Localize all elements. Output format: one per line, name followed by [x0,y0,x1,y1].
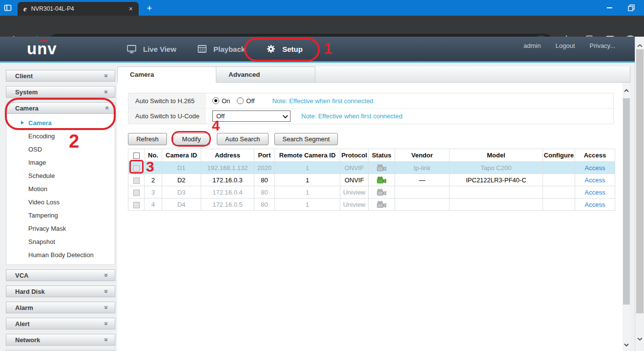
browser-tab[interactable]: e NVR301-04L-P4 × [18,2,139,16]
auto-search-button[interactable]: Auto Search [217,133,269,145]
chevron-down-icon: » [103,273,110,277]
table-row[interactable]: 2 D2 172.16.0.3 80 1 ONVIF — IPC2122LR3-… [128,174,615,186]
new-tab-button[interactable]: + [143,2,156,15]
minimize-icon[interactable] [607,7,612,8]
radio-off[interactable] [237,97,244,104]
sidebar-group-network[interactable]: Network» [6,334,115,346]
chevron-down-icon: » [103,306,110,309]
row-checkbox[interactable] [133,202,140,208]
sidebar-item-privacy-mask[interactable]: Privacy Mask [6,222,115,235]
sidebar-group-system[interactable]: System» [6,86,115,98]
refresh-button[interactable]: Refresh [128,133,167,145]
setting-note: Note: Effective when first connected [272,97,373,105]
privacy-link[interactable]: Privacy... [590,42,616,49]
setting-label: Auto Switch to U-Code [128,109,206,124]
sidebar-item-osd[interactable]: OSD [6,143,115,156]
restore-icon[interactable] [628,4,635,11]
table-header-row: No. Camera ID Address Port Remote Camera… [128,149,615,162]
access-link[interactable]: Access [575,186,615,198]
browser-scrollbar[interactable] [635,37,644,351]
logout-link[interactable]: Logout [556,42,575,49]
browser-toolbar: e No seguro | 192.168.1.49/cgi-bin/main-… [0,16,644,37]
sidebar-group-camera[interactable]: Camera» [6,102,115,114]
playback-icon [198,45,207,53]
row-checkbox[interactable] [133,177,140,184]
sidebar-item-encoding[interactable]: Encoding [6,130,115,143]
sidebar-item-image[interactable]: Image [6,156,115,169]
sidebar-item-motion[interactable]: Motion [6,182,115,196]
gear-icon [267,44,275,53]
sidebar-item-video-loss[interactable]: Video Loss [6,196,115,209]
setting-label: Auto Switch to H.265 [128,93,206,108]
sidebar-item-tampering[interactable]: Tampering [6,209,115,222]
scrollbar-thumb[interactable] [623,98,630,305]
sidebar-group-client[interactable]: Client» [6,70,115,82]
chevron-down-icon: » [103,289,110,293]
tab-close-icon[interactable]: × [127,5,135,13]
sidebar-item-camera[interactable]: Camera [6,116,115,130]
scroll-up-icon[interactable] [624,86,629,94]
username: admin [523,42,540,49]
camera-offline-icon [376,164,387,172]
scroll-down-icon[interactable] [637,334,643,343]
main-nav: Live View Playback Setup [116,37,313,61]
tab-advanced[interactable]: Advanced [216,66,315,83]
camera-offline-icon [376,201,387,208]
table-row[interactable]: 3 D3 172.16.0.4 80 1 Uniview Access [128,186,615,198]
setting-note: Note: Effective when first connected [301,112,402,120]
row-checkbox[interactable] [133,165,140,172]
content-tabs: Camera Advanced [117,66,630,83]
table-toolbar: Refresh Modify Auto Search Search Segmen… [128,133,344,145]
content-panel: Auto Switch to H.265 On Off Note: Effect… [117,83,630,351]
sidebar-item-schedule[interactable]: Schedule [6,169,115,182]
row-checkbox[interactable] [133,190,140,196]
chevron-down-icon: » [103,338,110,342]
ucode-select[interactable]: Off [212,110,291,122]
setting-row-ucode: Auto Switch to U-Code Off Note: Effectiv… [128,109,613,124]
sidebar-item-snapshot[interactable]: Snapshot [6,235,115,248]
unv-logo: unv [27,40,57,58]
select-all-checkbox[interactable] [133,153,140,159]
app-header: unv Live View Playback Setup admin Logou… [0,37,635,63]
ie-icon: e [23,5,27,13]
nav-playback[interactable]: Playback [187,37,256,61]
chevron-up-icon: » [103,106,110,110]
scrollbar-thumb[interactable] [636,49,644,313]
page-scrollbar[interactable] [623,83,630,351]
table-row[interactable]: 4 D4 172.16.0.5 80 1 Uniview Access [128,198,615,211]
access-link[interactable]: Access [575,198,615,211]
sidebar-group-hard-disk[interactable]: Hard Disk» [6,285,115,297]
tab-actions-icon[interactable] [2,2,13,13]
setting-row-h265: Auto Switch to H.265 On Off Note: Effect… [128,93,613,109]
tab-strip-filler [315,66,630,83]
sidebar-group-alarm[interactable]: Alarm» [6,302,115,313]
access-link[interactable]: Access [575,174,615,186]
browser-titlebar: e NVR301-04L-P4 × + [0,0,644,16]
camera-online-icon [376,176,387,184]
logo-arc [39,40,49,46]
tab-title: NVR301-04L-P4 [31,5,127,12]
tab-camera[interactable]: Camera [117,66,216,83]
screen: e NVR301-04L-P4 × + e No seguro | 192.16… [0,0,644,351]
monitor-icon [127,45,136,53]
access-link[interactable]: Access [575,162,615,174]
scroll-down-icon[interactable] [624,340,629,349]
search-segment-button[interactable]: Search Segment [274,133,338,145]
radio-on[interactable] [212,97,219,104]
nav-setup[interactable]: Setup [256,37,313,61]
select-all-cell [128,149,145,162]
sidebar: Client» System» Camera» Camera Encoding … [6,70,115,351]
sidebar-group-alert[interactable]: Alert» [6,318,115,329]
sidebar-item-human-body-detection[interactable]: Human Body Detection [6,248,115,262]
sidebar-camera-submenu: Camera Encoding OSD Image Schedule Motio… [6,114,115,265]
chevron-down-icon: » [103,322,110,326]
sidebar-group-vca[interactable]: VCA» [6,269,115,281]
nav-live-view[interactable]: Live View [116,37,187,61]
camera-table: No. Camera ID Address Port Remote Camera… [128,149,615,211]
modify-button[interactable]: Modify [173,133,210,145]
table-row[interactable]: 1 D1 192.168.1.132 2020 1 ONVIF tp-link … [128,162,615,174]
user-links: admin Logout Privacy... [523,42,615,49]
select-chevron-icon [283,112,288,118]
chevron-down-icon: » [103,74,110,78]
scroll-up-icon[interactable] [637,41,643,49]
